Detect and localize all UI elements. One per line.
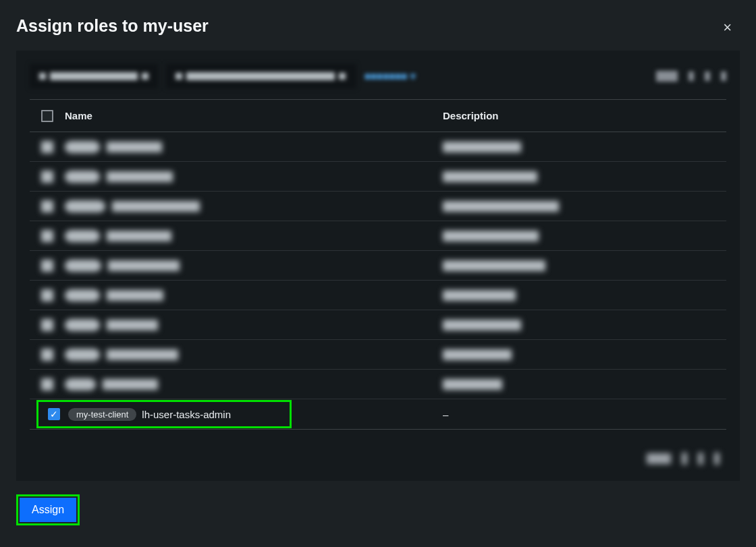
close-icon[interactable]: × [723,19,732,36]
assign-roles-dialog: Assign roles to my-user × ■■■■■■■ ▾ Name… [0,0,756,547]
filter-dropdown-2[interactable] [166,64,356,88]
role-name: lh-user-tasks-admin [142,409,231,420]
dialog-footer: Assign [16,494,740,525]
table-row [30,132,726,162]
table-row: ✓my-test-clientlh-user-tasks-admin– [30,399,726,429]
dialog-title: Assign roles to my-user [16,16,740,36]
assign-button[interactable]: Assign [20,498,76,522]
table-row [30,281,726,310]
roles-table: Name Description ✓my-test-clientlh-user-… [30,99,726,430]
col-header-name: Name [65,110,443,121]
filter-bar: ■■■■■■■ ▾ [30,64,726,99]
filter-client-label: ■■■■■■■ ▾ [364,70,416,82]
roles-panel: ■■■■■■■ ▾ Name Description ✓my-test-clie… [16,51,740,481]
role-description: – [443,409,448,420]
filter-dropdown-1[interactable] [30,64,158,88]
row-checkbox[interactable]: ✓ [48,408,60,420]
table-row [30,340,726,370]
pagination [30,438,726,470]
select-all-checkbox[interactable] [41,110,53,122]
client-badge: my-test-client [68,408,136,421]
table-row [30,192,726,221]
table-row [30,221,726,251]
table-body: ✓my-test-clientlh-user-tasks-admin– [30,132,726,429]
col-header-description: Description [443,110,726,121]
table-row [30,251,726,281]
table-row [30,370,726,399]
top-pagination [656,71,726,82]
table-row [30,162,726,192]
table-header: Name Description [30,100,726,132]
table-row [30,310,726,340]
